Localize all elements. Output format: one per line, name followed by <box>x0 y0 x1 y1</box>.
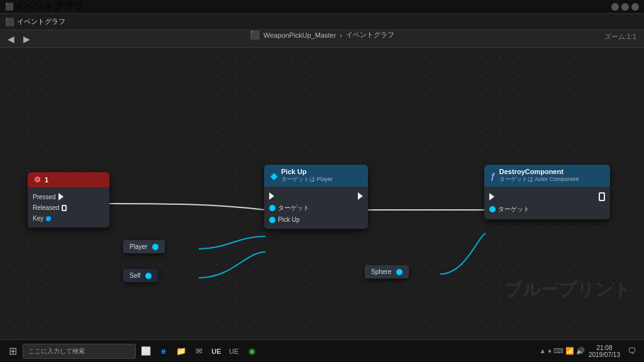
pickup-target-label: ターゲット <box>278 204 309 212</box>
pickup-pickup-pin[interactable] <box>269 217 275 223</box>
released-label: Released <box>33 204 59 211</box>
title-icon: ⬛ <box>5 3 14 11</box>
search-placeholder: ここに入力して検索 <box>28 347 85 356</box>
ue4-icon[interactable]: UE <box>209 344 224 359</box>
forward-button[interactable]: ▶ <box>21 33 33 45</box>
destroy-target-row: ターゲット <box>489 203 605 216</box>
destroy-target-pin[interactable] <box>489 206 496 212</box>
windows-button[interactable]: ⊞ <box>5 344 20 359</box>
pickup-target-row: ターゲット <box>269 202 363 214</box>
pickup-target-pin[interactable] <box>269 205 275 211</box>
player-pin[interactable] <box>152 244 158 250</box>
pickup-exec-row <box>269 190 363 202</box>
tab-icon: ⬛ <box>5 18 14 26</box>
tab-label[interactable]: イベントグラフ <box>17 17 65 26</box>
pickup-node-body: ターゲット Pick Up <box>264 187 368 229</box>
explorer-icon[interactable]: 📁 <box>174 344 189 359</box>
close-button[interactable] <box>631 3 639 11</box>
minimize-button[interactable] <box>611 3 619 11</box>
mail-icon[interactable]: ✉ <box>191 344 206 359</box>
destroy-node[interactable]: ƒ DestroyComponent ターゲットは Actor Componen… <box>484 165 610 219</box>
input-node[interactable]: ⚙ 1 Pressed Released Key <box>28 172 109 228</box>
window-title: イベントグラフ <box>14 0 84 13</box>
player-label: Player <box>130 243 147 250</box>
destroy-exec-in[interactable] <box>489 193 494 200</box>
player-node[interactable]: Player <box>123 240 165 253</box>
window-controls[interactable] <box>611 3 639 11</box>
pickup-pickup-label: Pick Up <box>278 216 299 223</box>
titlebar: ⬛ イベントグラフ <box>0 0 644 14</box>
breadcrumb-icon: ⬛ <box>250 30 260 40</box>
destroy-icon: ƒ <box>491 171 496 181</box>
pickup-icon: ◆ <box>270 171 277 181</box>
notification-button[interactable]: 🗨 <box>624 344 639 359</box>
pressed-pin-row: Pressed <box>33 191 104 202</box>
breadcrumb-separator: › <box>340 31 342 39</box>
destroy-node-body: ターゲット <box>484 187 610 219</box>
pickup-node[interactable]: ◆ Pick Up ターゲットは Player ターゲット Pick Up <box>264 165 368 229</box>
pickup-subtitle: ターゲットは Player <box>281 175 333 184</box>
taskbar-right: ▲ ♦ ⌨ 📶 🔊 21:08 2019/07/13 🗨 <box>539 344 639 359</box>
tabbar: ⬛ イベントグラフ <box>0 14 644 30</box>
breadcrumb-parent[interactable]: WeaponPickUp_Master <box>264 31 336 39</box>
blueprint-canvas[interactable]: ⚙ 1 Pressed Released Key ◆ Pick Up ターゲット… <box>0 48 644 339</box>
pressed-label: Pressed <box>33 194 56 200</box>
self-pin[interactable] <box>145 273 152 279</box>
released-pin-row: Released <box>33 202 104 213</box>
chrome-icon[interactable]: ◉ <box>244 344 259 359</box>
taskbar-search[interactable]: ここに入力して検索 <box>23 344 136 359</box>
destroy-exec-row <box>489 190 605 203</box>
pickup-title: Pick Up <box>281 168 333 175</box>
pickup-exec-out[interactable] <box>358 192 363 200</box>
input-node-label: 1 <box>45 176 48 184</box>
date-display: 2019/07/13 <box>589 351 620 358</box>
zoom-indicator: ズーム:1:1 <box>604 32 636 41</box>
input-node-body: Pressed Released Key <box>28 187 109 228</box>
input-node-icon: ⚙ <box>34 175 41 184</box>
pickup-pickup-row: Pick Up <box>269 214 363 225</box>
ue4-icon2[interactable]: UE <box>226 344 242 359</box>
maximize-button[interactable] <box>621 3 629 11</box>
taskbar-icons: ▲ ♦ ⌨ 📶 🔊 <box>539 347 585 355</box>
breadcrumb: ⬛ WeaponPickUp_Master › イベントグラフ <box>250 30 394 40</box>
sphere-node[interactable]: Sphere <box>365 265 409 278</box>
released-exec-pin[interactable] <box>62 205 67 211</box>
pickup-exec-in[interactable] <box>269 192 274 200</box>
destroy-exec-out[interactable] <box>599 192 605 201</box>
self-label: Self <box>130 272 140 279</box>
breadcrumb-current: イベントグラフ <box>346 30 394 40</box>
watermark-text: ブループリント <box>504 278 631 302</box>
self-node[interactable]: Self <box>123 269 158 282</box>
pressed-exec-pin[interactable] <box>58 193 64 200</box>
key-pin-row: Key <box>33 213 104 224</box>
taskview-button[interactable]: ⬜ <box>138 344 153 359</box>
destroy-title: DestroyComponent <box>499 168 579 175</box>
taskbar: ⊞ ここに入力して検索 ⬜ e 📁 ✉ UE UE ◉ ▲ ♦ ⌨ 📶 🔊 21… <box>0 339 644 362</box>
destroy-subtitle: ターゲットは Actor Component <box>499 175 579 184</box>
key-label: Key <box>33 215 43 222</box>
edge-icon[interactable]: e <box>156 344 171 359</box>
key-pin[interactable] <box>46 216 51 221</box>
taskbar-clock: 21:08 2019/07/13 <box>589 344 620 358</box>
sphere-label: Sphere <box>371 268 391 275</box>
destroy-target-label: ターゲット <box>498 205 530 214</box>
sphere-pin[interactable] <box>396 269 402 275</box>
time-display: 21:08 <box>589 344 620 351</box>
back-button[interactable]: ◀ <box>5 33 17 45</box>
